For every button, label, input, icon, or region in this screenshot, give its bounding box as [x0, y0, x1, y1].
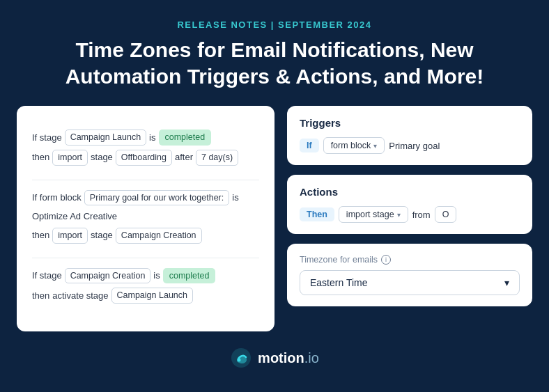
rule-1-stage-word: stage: [91, 150, 113, 164]
if-badge: If: [300, 139, 319, 152]
triggers-title: Triggers: [300, 117, 520, 129]
rule-3-is-text: is: [153, 269, 160, 283]
actions-title: Actions: [300, 186, 520, 198]
rule-1-is-text: is: [149, 131, 155, 145]
content-area: If stage Campaign Launch is completed th…: [17, 106, 532, 331]
rule-1-line2: then import stage Offboarding after 7 da…: [32, 150, 259, 166]
rule-1-stage-pill: Campaign Launch: [65, 130, 146, 146]
release-label: RELEASE NOTES | SEPTEMBER 2024: [59, 19, 490, 30]
chevron-down-icon: ▾: [373, 142, 377, 150]
logo-name: motion: [258, 350, 304, 366]
rule-3: If stage Campaign Creation is completed …: [32, 258, 259, 318]
timezone-label: Timezone for emails i: [300, 255, 520, 265]
actions-widget: Actions Then import stage ▾ from O: [287, 175, 532, 234]
rule-1-then-text: then: [32, 150, 49, 164]
timezone-widget: Timezone for emails i Eastern Time ▾: [287, 244, 532, 306]
rule-1-line1: If stage Campaign Launch is completed: [32, 130, 259, 146]
logo-suffix: .io: [304, 350, 319, 366]
rule-1-days-pill: 7 day(s): [196, 150, 238, 166]
main-title: Time Zones for Email Notifications, New …: [59, 37, 490, 89]
rule-3-line1: If stage Campaign Creation is completed: [32, 268, 259, 284]
svg-point-1: [238, 359, 241, 362]
rule-2-import-pill: import: [52, 228, 88, 244]
right-panel: Triggers If form block ▾ Primary goal Ac…: [287, 106, 532, 331]
rule-2-is-text: is: [232, 191, 238, 205]
rule-2-campaign-pill: Campaign Creation: [116, 228, 202, 244]
rule-3-stage-pill: Campaign Creation: [65, 268, 151, 284]
timezone-label-text: Timezone for emails: [300, 255, 378, 265]
from-value-label: O: [442, 210, 449, 219]
then-badge: Then: [300, 207, 334, 221]
form-block-select[interactable]: form block ▾: [323, 137, 385, 154]
info-icon: i: [381, 255, 391, 265]
rule-2-then-text: then: [32, 228, 49, 242]
header: RELEASE NOTES | SEPTEMBER 2024 Time Zone…: [59, 19, 490, 89]
timezone-select[interactable]: Eastern Time ▾: [300, 270, 520, 295]
footer: motion.io: [230, 347, 319, 369]
actions-row: Then import stage ▾ from O: [300, 206, 520, 223]
rule-2-optimize-text: Optimize Ad Creative: [32, 210, 117, 224]
left-panel: If stage Campaign Launch is completed th…: [17, 106, 274, 331]
import-stage-label: import stage: [346, 210, 394, 219]
rule-1-status-badge: completed: [159, 130, 212, 146]
rule-2-line1: If form block Primary goal for our work …: [32, 190, 259, 206]
import-stage-select[interactable]: import stage ▾: [339, 206, 408, 223]
form-block-label: form block: [331, 141, 371, 150]
from-label: from: [412, 210, 431, 220]
timezone-value: Eastern Time: [310, 277, 367, 288]
rule-1: If stage Campaign Launch is completed th…: [32, 120, 259, 180]
rule-1-import-pill: import: [52, 150, 88, 166]
rule-2: If form block Primary goal for our work …: [32, 180, 259, 258]
triggers-row: If form block ▾ Primary goal: [300, 137, 520, 154]
rule-2-form-pill: Primary goal for our work together:: [84, 190, 229, 206]
triggers-widget: Triggers If form block ▾ Primary goal: [287, 106, 532, 165]
rule-3-then-text: then: [32, 289, 49, 303]
from-value-select[interactable]: O: [435, 206, 457, 223]
rule-2-line2: then import stage Campaign Creation: [32, 228, 259, 244]
rule-2-if-text: If form block: [32, 191, 82, 205]
rule-3-activate-text: activate stage: [52, 289, 108, 303]
rule-3-line2: then activate stage Campaign Launch: [32, 288, 259, 304]
chevron-down-icon-2: ▾: [397, 211, 401, 219]
chevron-down-icon-3: ▾: [504, 277, 509, 288]
logo-text: motion.io: [258, 350, 319, 366]
rule-1-after-text: after: [175, 150, 193, 164]
rule-2-line1b: Optimize Ad Creative: [32, 210, 259, 224]
rule-3-if-text: If stage: [32, 269, 62, 283]
primary-goal-text: Primary goal: [389, 141, 440, 151]
rule-2-stage-word: stage: [91, 228, 113, 242]
rule-3-status-badge: completed: [163, 268, 216, 284]
rule-1-offboarding-pill: Offboarding: [116, 150, 172, 166]
rule-1-if-text: If stage: [32, 131, 62, 145]
rule-3-launch-pill: Campaign Launch: [111, 288, 193, 304]
motion-logo-icon: [230, 347, 252, 369]
